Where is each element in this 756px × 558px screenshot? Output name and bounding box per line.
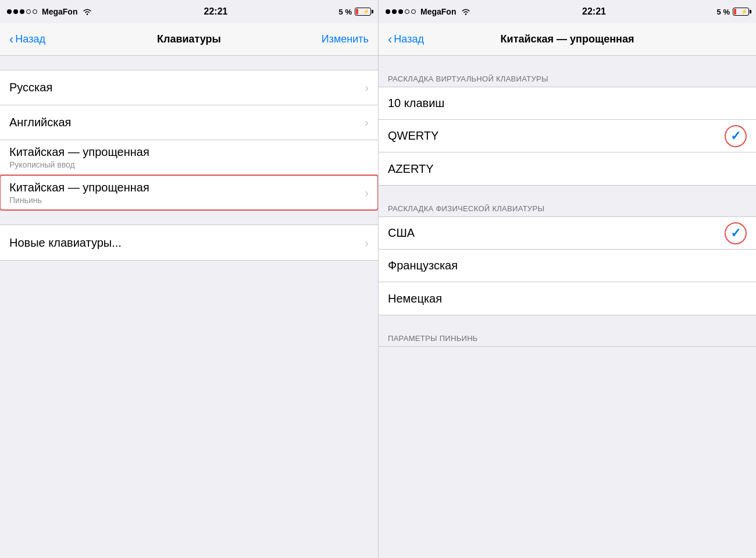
- status-time-left: 22:21: [204, 6, 228, 17]
- dot-r3: [398, 9, 403, 14]
- chevron-new-keyboards: ›: [365, 236, 369, 250]
- dot-r2: [392, 9, 397, 14]
- carrier-label-right: MegaFon: [420, 7, 456, 16]
- virtual-keyboard-header: РАСКЛАДКА ВИРТУАЛЬНОЙ КЛАВИАТУРЫ: [379, 70, 756, 87]
- carrier-label: MegaFon: [42, 7, 77, 16]
- physical-keyboard-section: РАСКЛАДКА ФИЗИЧЕСКОЙ КЛАВИАТУРЫ США ✓ Фр…: [379, 200, 756, 315]
- chevron-russian: ›: [365, 81, 369, 94]
- battery-fill-left: [356, 9, 358, 15]
- item-german[interactable]: Немецкая: [379, 282, 756, 315]
- dot-r1: [386, 9, 390, 14]
- label-usa: США: [388, 226, 415, 240]
- check-circle-usa: ✓: [725, 222, 747, 244]
- list-item-russian[interactable]: Русская ›: [0, 70, 378, 105]
- signal-dots-right: [386, 9, 416, 14]
- list-item-new-keyboards[interactable]: Новые клавиатуры... ›: [0, 225, 378, 260]
- right-panel: MegaFon 22:21 5 % ⚡ ‹ Назад Китайская — …: [378, 0, 756, 558]
- back-chevron-left: ‹: [9, 33, 13, 46]
- item-qwerty[interactable]: QWERTY ✓: [379, 120, 756, 152]
- physical-keyboard-group: США ✓ Французская Немецкая: [379, 216, 756, 315]
- label-azerty: AZERTY: [388, 162, 434, 176]
- item-azerty[interactable]: AZERTY: [379, 152, 756, 185]
- item-content-russian: Русская: [9, 81, 52, 94]
- back-button-right[interactable]: ‹ Назад: [388, 33, 434, 46]
- dot-4: [26, 9, 31, 14]
- bottom-params-section: ПАРАМЕТРЫ ПИНЬИНЬ: [379, 329, 756, 347]
- svg-point-0: [87, 13, 88, 15]
- dot-5: [33, 9, 37, 14]
- battery-box-right: ⚡: [733, 8, 749, 16]
- dot-2: [13, 9, 18, 14]
- item-usa[interactable]: США ✓: [379, 217, 756, 250]
- nav-action-left[interactable]: Изменить: [322, 33, 369, 45]
- item-title-russian: Русская: [9, 81, 52, 94]
- dot-r5: [411, 9, 416, 14]
- virtual-keyboard-section: РАСКЛАДКА ВИРТУАЛЬНОЙ КЛАВИАТУРЫ 10 клав…: [379, 70, 756, 186]
- dot-r4: [405, 9, 409, 14]
- list-item-chinese-pinyin[interactable]: Китайская — упрощенная Пиньинь ›: [0, 175, 378, 210]
- check-circle-qwerty: ✓: [725, 125, 747, 147]
- item-title-new-keyboards: Новые клавиатуры...: [9, 236, 122, 250]
- label-qwerty: QWERTY: [388, 129, 438, 143]
- item-french[interactable]: Французская: [379, 250, 756, 282]
- item-title-chinese-handwrite: Китайская — упрощенная: [9, 145, 149, 159]
- list-item-chinese-handwrite[interactable]: Китайская — упрощенная Рукописный ввод: [0, 140, 378, 175]
- item-content-chinese-pinyin: Китайская — упрощенная Пиньинь: [9, 181, 149, 205]
- battery-pct-right: 5 %: [717, 8, 730, 16]
- battery-bolt-right: ⚡: [741, 9, 747, 15]
- item-content-chinese-handwrite: Китайская — упрощенная Рукописный ввод: [9, 145, 149, 169]
- battery-box-left: ⚡: [355, 8, 371, 16]
- item-subtitle-chinese-handwrite: Рукописный ввод: [9, 160, 149, 169]
- status-bar-right: MegaFon 22:21 5 % ⚡: [379, 0, 756, 23]
- item-title-english: Английская: [9, 116, 71, 129]
- new-keyboards-group: Новые клавиатуры... ›: [0, 225, 378, 261]
- list-item-english[interactable]: Английская ›: [0, 105, 378, 140]
- new-keyboards-section: Новые клавиатуры... ›: [0, 225, 378, 261]
- item-subtitle-chinese-pinyin: Пиньинь: [9, 196, 149, 205]
- nav-title-right: Китайская — упрощенная: [501, 33, 634, 45]
- item-title-chinese-pinyin: Китайская — упрощенная: [9, 181, 149, 194]
- signal-dots: [7, 9, 37, 14]
- back-label-right: Назад: [394, 33, 424, 45]
- svg-point-1: [465, 13, 467, 15]
- checkmark-qwerty: ✓: [730, 129, 741, 144]
- back-button-left[interactable]: ‹ Назад: [9, 33, 56, 46]
- chevron-chinese-pinyin: ›: [365, 186, 369, 200]
- label-10-keys: 10 клавиш: [388, 97, 444, 110]
- virtual-keyboard-group: 10 клавиш QWERTY ✓ AZERTY: [379, 87, 756, 186]
- status-right-right: 5 % ⚡: [717, 8, 749, 16]
- nav-bar-left: ‹ Назад Клавиатуры Изменить: [0, 23, 378, 56]
- keyboard-list: Русская › Английская › Китайская — упрощ…: [0, 70, 378, 211]
- wifi-icon-right: [461, 8, 471, 16]
- status-right-left: 5 % ⚡: [339, 8, 371, 16]
- keyboard-list-group: Русская › Английская › Китайская — упрощ…: [0, 70, 378, 211]
- physical-keyboard-header: РАСКЛАДКА ФИЗИЧЕСКОЙ КЛАВИАТУРЫ: [379, 200, 756, 216]
- dot-3: [20, 9, 24, 14]
- item-10-keys[interactable]: 10 клавиш: [379, 87, 756, 120]
- left-panel: MegaFon 22:21 5 % ⚡ ‹ Назад Клавиатуры И…: [0, 0, 378, 558]
- battery-fill-right: [734, 9, 736, 15]
- back-label-left: Назад: [15, 33, 45, 45]
- chevron-english: ›: [365, 116, 369, 129]
- label-german: Немецкая: [388, 292, 442, 305]
- label-french: Французская: [388, 259, 458, 272]
- checkmark-usa: ✓: [730, 226, 741, 241]
- item-content-english: Английская: [9, 116, 71, 129]
- dot-1: [7, 9, 12, 14]
- status-bar-left: MegaFon 22:21 5 % ⚡: [0, 0, 378, 23]
- nav-bar-right: ‹ Назад Китайская — упрощенная: [379, 23, 756, 56]
- battery-bolt-left: ⚡: [363, 9, 369, 15]
- status-left-right: MegaFon: [386, 7, 471, 16]
- item-content-new-keyboards: Новые клавиатуры...: [9, 236, 122, 250]
- wifi-icon: [82, 8, 92, 16]
- nav-title-left: Клавиатуры: [157, 33, 221, 45]
- battery-pct-left: 5 %: [339, 8, 352, 16]
- bottom-section-label: ПАРАМЕТРЫ ПИНЬИНЬ: [379, 329, 756, 347]
- back-chevron-right: ‹: [388, 33, 392, 46]
- status-left: MegaFon: [7, 7, 92, 16]
- status-time-right: 22:21: [582, 6, 606, 17]
